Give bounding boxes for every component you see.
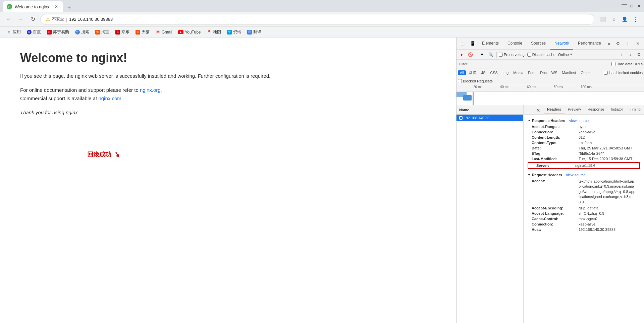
online-label: Online: [558, 53, 569, 57]
forward-button[interactable]: →: [16, 15, 25, 24]
preserve-log-checkbox[interactable]: [499, 53, 503, 57]
type-filter-manifest[interactable]: Manifest: [560, 70, 578, 75]
bookmark-icon[interactable]: ☆: [609, 15, 619, 24]
header-value: keep-alive: [579, 222, 636, 226]
has-blocked-text: Has blocked cookies: [609, 71, 643, 75]
bookmark-taobao[interactable]: 淘 淘宝: [93, 28, 112, 36]
download-icon[interactable]: ↓: [627, 51, 634, 58]
devtools-more-icon[interactable]: ⋮: [623, 39, 633, 48]
type-filter-all[interactable]: All: [458, 70, 466, 75]
hide-data-urls-checkbox[interactable]: [611, 62, 615, 66]
new-tab-button[interactable]: +: [64, 3, 74, 12]
type-filter-other[interactable]: Other: [579, 70, 592, 75]
type-filter-img[interactable]: Img: [500, 70, 511, 75]
tab-console[interactable]: Console: [503, 38, 526, 50]
bookmark-news[interactable]: 资 资讯: [224, 28, 244, 36]
detail-tab-headers[interactable]: Headers: [544, 105, 565, 114]
jd-icon: 京: [115, 30, 120, 35]
security-warning-icon: ⚠: [46, 17, 50, 22]
minimize-button[interactable]: —: [622, 2, 627, 7]
detail-tab-initiator[interactable]: Initiator: [607, 105, 626, 114]
toolbar-separator: [476, 52, 476, 58]
filter-icon[interactable]: ▼: [478, 51, 486, 58]
back-button[interactable]: ←: [4, 15, 13, 24]
maps-icon: 📍: [207, 30, 212, 35]
type-filter-ws[interactable]: WS: [549, 70, 559, 75]
nginx-org-link[interactable]: nginx.org: [140, 87, 161, 93]
type-filter-xhr[interactable]: XHR: [467, 70, 478, 75]
waterfall-request-bar[interactable]: [463, 95, 472, 101]
menu-icon[interactable]: ⋮: [631, 15, 640, 24]
more-tabs-button[interactable]: »: [606, 41, 612, 46]
bookmark-maps[interactable]: 📍 地图: [204, 28, 224, 36]
has-blocked-label[interactable]: Has blocked cookies: [604, 71, 643, 75]
browser-tab[interactable]: N Welcome to nginx! ✕: [3, 1, 63, 12]
preserve-log-label[interactable]: Preserve log: [499, 53, 525, 57]
tab-sources[interactable]: Sources: [527, 38, 550, 50]
tab-network[interactable]: Network: [550, 38, 573, 50]
account-icon[interactable]: 👤: [620, 15, 629, 24]
header-name: Cache-Control:: [532, 217, 579, 221]
main-area: Welcome to nginx! If you see this page, …: [0, 38, 644, 323]
header-value: 192.168.140.30:39883: [579, 228, 636, 232]
bookmark-baidu[interactable]: b 百度: [24, 28, 44, 36]
type-filter-doc[interactable]: Doc: [538, 70, 549, 75]
bookmark-youtube[interactable]: ▶ YouTube: [175, 29, 203, 35]
upload-icon[interactable]: ↑: [618, 51, 625, 58]
element-picker-icon[interactable]: ⬚: [458, 39, 467, 48]
clear-button[interactable]: 🚫: [467, 51, 474, 58]
blocked-requests-label[interactable]: Blocked Requests: [458, 79, 493, 83]
filter-bar: Hide data URLs: [457, 60, 644, 68]
device-toolbar-icon[interactable]: 📱: [468, 39, 477, 48]
bookmark-gmail[interactable]: M Gmail: [153, 29, 175, 35]
cast-icon[interactable]: ⬜: [598, 15, 608, 24]
type-filter-js[interactable]: JS: [479, 70, 487, 75]
tab-performance[interactable]: Performance: [574, 38, 605, 50]
devtools-settings-icons: ⚙ ⋮ ✕: [613, 39, 643, 48]
separator: |: [66, 17, 67, 22]
type-filter-css[interactable]: CSS: [488, 70, 500, 75]
refresh-button[interactable]: ↻: [28, 15, 38, 24]
type-filter-font[interactable]: Font: [526, 70, 537, 75]
bookmark-jd[interactable]: 京 京东: [113, 28, 132, 36]
bookmark-search[interactable]: 🔍 搜索: [72, 28, 92, 36]
maximize-button[interactable]: □: [629, 4, 634, 8]
detail-tab-preview[interactable]: Preview: [565, 105, 584, 114]
filter-input[interactable]: [458, 62, 610, 66]
bookmark-suning[interactable]: 苏 苏宁易购: [44, 28, 72, 36]
bottom-panels: Name 192.168.140.30 ✕ Headers Preview Re…: [457, 105, 644, 323]
search-icon[interactable]: 🔍: [487, 51, 494, 58]
blocked-requests-checkbox[interactable]: [458, 79, 462, 83]
header-value: text/html: [579, 141, 636, 145]
bookmark-translate[interactable]: 译 翻译: [245, 28, 264, 36]
request-row[interactable]: 192.168.140.30: [457, 115, 523, 121]
network-settings-icon[interactable]: ⚙: [635, 51, 643, 58]
annotation-arrow-icon: ↘: [113, 149, 121, 159]
devtools-settings-icon[interactable]: ⚙: [613, 39, 623, 48]
record-button[interactable]: ●: [458, 51, 465, 58]
tab-close-button[interactable]: ✕: [54, 4, 59, 9]
disable-cache-checkbox[interactable]: [527, 53, 531, 57]
type-filter-media[interactable]: Media: [511, 70, 525, 75]
detail-content[interactable]: ▼ Response Headers view source Accept-Ra…: [524, 115, 644, 323]
bookmark-label: YouTube: [185, 30, 201, 35]
detail-tab-response[interactable]: Response: [584, 105, 608, 114]
online-selector[interactable]: Online ▼: [558, 53, 573, 57]
devtools-close-icon[interactable]: ✕: [633, 39, 643, 48]
tab-elements[interactable]: Elements: [478, 38, 503, 50]
response-view-source-link[interactable]: view source: [569, 119, 589, 123]
request-view-source-link[interactable]: view source: [566, 173, 586, 177]
close-button[interactable]: ✕: [637, 4, 641, 8]
detail-tab-timing[interactable]: Timing: [626, 105, 644, 114]
bookmark-apps[interactable]: ⊞ 应用: [4, 28, 23, 36]
detail-close-button[interactable]: ✕: [534, 106, 542, 114]
nginx-com-link[interactable]: nginx.com: [98, 95, 121, 101]
req-header-accept-encoding: Accept-Encoding: gzip, deflate: [524, 205, 644, 211]
hide-data-urls-label[interactable]: Hide data URLs: [611, 62, 643, 66]
address-input[interactable]: ⚠ 不安全 | 192.168.140.30:39883: [40, 14, 594, 25]
request-headers-label: Request Headers: [532, 173, 562, 177]
bookmark-tmall[interactable]: 天 天猫: [133, 28, 152, 36]
disable-cache-label[interactable]: Disable cache: [527, 53, 555, 57]
has-blocked-checkbox[interactable]: [604, 71, 608, 75]
gmail-icon: M: [156, 30, 160, 35]
